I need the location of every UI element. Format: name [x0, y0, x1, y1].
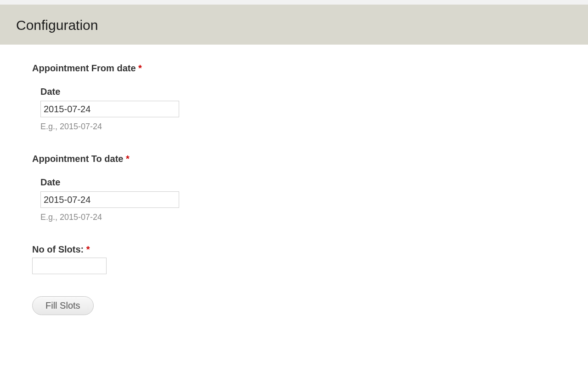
slots-input[interactable] [32, 258, 107, 274]
to-date-subfield: Date E.g., 2015-07-24 [40, 177, 556, 222]
to-date-input[interactable] [40, 191, 179, 208]
required-marker: * [138, 63, 142, 73]
slots-label: No of Slots: * [32, 244, 556, 255]
from-date-label: Appointment From date * [32, 63, 556, 74]
top-bar [0, 0, 588, 5]
page-header: Configuration [0, 5, 588, 45]
form-content: Appointment From date * Date E.g., 2015-… [0, 45, 588, 334]
to-date-label: Appointment To date * [32, 154, 556, 164]
fill-slots-button[interactable]: Fill Slots [32, 296, 94, 315]
from-date-hint: E.g., 2015-07-24 [40, 122, 556, 132]
from-date-input[interactable] [40, 101, 179, 117]
required-marker: * [126, 154, 130, 164]
slots-group: No of Slots: * [32, 244, 556, 274]
from-date-label-text: Appointment From date [32, 63, 138, 73]
to-date-group: Appointment To date * Date E.g., 2015-07… [32, 154, 556, 222]
required-marker: * [86, 244, 90, 254]
slots-label-text: No of Slots: [32, 244, 86, 254]
to-date-hint: E.g., 2015-07-24 [40, 213, 556, 222]
from-date-sublabel: Date [40, 86, 556, 97]
to-date-label-text: Appointment To date [32, 154, 126, 164]
button-row: Fill Slots [32, 296, 556, 315]
page-title: Configuration [16, 17, 572, 33]
from-date-subfield: Date E.g., 2015-07-24 [40, 86, 556, 132]
to-date-sublabel: Date [40, 177, 556, 188]
from-date-group: Appointment From date * Date E.g., 2015-… [32, 63, 556, 132]
